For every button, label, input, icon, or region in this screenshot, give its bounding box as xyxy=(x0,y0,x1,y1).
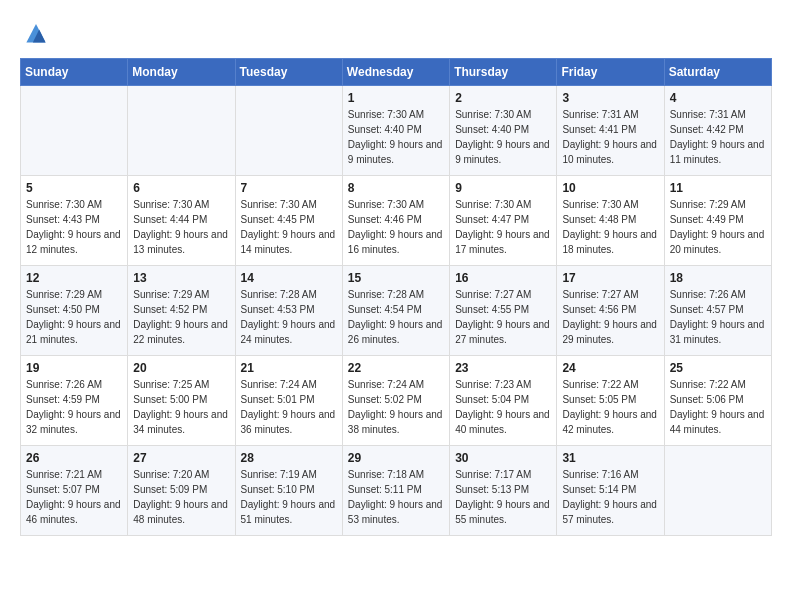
day-info: Sunrise: 7:29 AMSunset: 4:52 PMDaylight:… xyxy=(133,287,229,347)
calendar-cell: 29Sunrise: 7:18 AMSunset: 5:11 PMDayligh… xyxy=(342,446,449,536)
weekday-header-thursday: Thursday xyxy=(450,59,557,86)
day-number: 21 xyxy=(241,361,337,375)
day-number: 19 xyxy=(26,361,122,375)
day-number: 2 xyxy=(455,91,551,105)
calendar-cell: 22Sunrise: 7:24 AMSunset: 5:02 PMDayligh… xyxy=(342,356,449,446)
day-info: Sunrise: 7:22 AMSunset: 5:06 PMDaylight:… xyxy=(670,377,766,437)
calendar-cell: 1Sunrise: 7:30 AMSunset: 4:40 PMDaylight… xyxy=(342,86,449,176)
logo xyxy=(20,20,56,48)
day-info: Sunrise: 7:23 AMSunset: 5:04 PMDaylight:… xyxy=(455,377,551,437)
day-info: Sunrise: 7:17 AMSunset: 5:13 PMDaylight:… xyxy=(455,467,551,527)
calendar-cell: 18Sunrise: 7:26 AMSunset: 4:57 PMDayligh… xyxy=(664,266,771,356)
calendar-cell: 5Sunrise: 7:30 AMSunset: 4:43 PMDaylight… xyxy=(21,176,128,266)
day-info: Sunrise: 7:24 AMSunset: 5:01 PMDaylight:… xyxy=(241,377,337,437)
weekday-header-sunday: Sunday xyxy=(21,59,128,86)
day-info: Sunrise: 7:29 AMSunset: 4:50 PMDaylight:… xyxy=(26,287,122,347)
calendar-cell xyxy=(664,446,771,536)
calendar-cell: 19Sunrise: 7:26 AMSunset: 4:59 PMDayligh… xyxy=(21,356,128,446)
day-number: 29 xyxy=(348,451,444,465)
calendar-cell xyxy=(235,86,342,176)
calendar-cell: 27Sunrise: 7:20 AMSunset: 5:09 PMDayligh… xyxy=(128,446,235,536)
day-number: 22 xyxy=(348,361,444,375)
day-number: 25 xyxy=(670,361,766,375)
day-number: 7 xyxy=(241,181,337,195)
day-info: Sunrise: 7:20 AMSunset: 5:09 PMDaylight:… xyxy=(133,467,229,527)
day-info: Sunrise: 7:19 AMSunset: 5:10 PMDaylight:… xyxy=(241,467,337,527)
day-info: Sunrise: 7:25 AMSunset: 5:00 PMDaylight:… xyxy=(133,377,229,437)
day-number: 10 xyxy=(562,181,658,195)
calendar-cell: 31Sunrise: 7:16 AMSunset: 5:14 PMDayligh… xyxy=(557,446,664,536)
calendar-cell: 15Sunrise: 7:28 AMSunset: 4:54 PMDayligh… xyxy=(342,266,449,356)
calendar-cell: 7Sunrise: 7:30 AMSunset: 4:45 PMDaylight… xyxy=(235,176,342,266)
day-info: Sunrise: 7:28 AMSunset: 4:54 PMDaylight:… xyxy=(348,287,444,347)
day-number: 6 xyxy=(133,181,229,195)
day-number: 23 xyxy=(455,361,551,375)
weekday-header-monday: Monday xyxy=(128,59,235,86)
calendar-cell xyxy=(21,86,128,176)
day-number: 20 xyxy=(133,361,229,375)
calendar-cell: 14Sunrise: 7:28 AMSunset: 4:53 PMDayligh… xyxy=(235,266,342,356)
page-header xyxy=(20,20,772,48)
day-info: Sunrise: 7:30 AMSunset: 4:40 PMDaylight:… xyxy=(455,107,551,167)
day-info: Sunrise: 7:31 AMSunset: 4:41 PMDaylight:… xyxy=(562,107,658,167)
calendar-cell: 8Sunrise: 7:30 AMSunset: 4:46 PMDaylight… xyxy=(342,176,449,266)
day-number: 11 xyxy=(670,181,766,195)
day-info: Sunrise: 7:30 AMSunset: 4:45 PMDaylight:… xyxy=(241,197,337,257)
day-info: Sunrise: 7:26 AMSunset: 4:57 PMDaylight:… xyxy=(670,287,766,347)
calendar-cell: 12Sunrise: 7:29 AMSunset: 4:50 PMDayligh… xyxy=(21,266,128,356)
calendar-cell: 23Sunrise: 7:23 AMSunset: 5:04 PMDayligh… xyxy=(450,356,557,446)
day-number: 9 xyxy=(455,181,551,195)
calendar-cell: 9Sunrise: 7:30 AMSunset: 4:47 PMDaylight… xyxy=(450,176,557,266)
calendar-cell: 11Sunrise: 7:29 AMSunset: 4:49 PMDayligh… xyxy=(664,176,771,266)
calendar-cell: 21Sunrise: 7:24 AMSunset: 5:01 PMDayligh… xyxy=(235,356,342,446)
calendar-table: SundayMondayTuesdayWednesdayThursdayFrid… xyxy=(20,58,772,536)
day-info: Sunrise: 7:31 AMSunset: 4:42 PMDaylight:… xyxy=(670,107,766,167)
day-number: 8 xyxy=(348,181,444,195)
day-info: Sunrise: 7:22 AMSunset: 5:05 PMDaylight:… xyxy=(562,377,658,437)
day-number: 5 xyxy=(26,181,122,195)
calendar-cell: 28Sunrise: 7:19 AMSunset: 5:10 PMDayligh… xyxy=(235,446,342,536)
day-number: 27 xyxy=(133,451,229,465)
calendar-cell: 30Sunrise: 7:17 AMSunset: 5:13 PMDayligh… xyxy=(450,446,557,536)
day-number: 31 xyxy=(562,451,658,465)
day-info: Sunrise: 7:30 AMSunset: 4:48 PMDaylight:… xyxy=(562,197,658,257)
day-number: 28 xyxy=(241,451,337,465)
calendar-cell: 20Sunrise: 7:25 AMSunset: 5:00 PMDayligh… xyxy=(128,356,235,446)
calendar-cell: 13Sunrise: 7:29 AMSunset: 4:52 PMDayligh… xyxy=(128,266,235,356)
day-number: 12 xyxy=(26,271,122,285)
day-info: Sunrise: 7:29 AMSunset: 4:49 PMDaylight:… xyxy=(670,197,766,257)
day-info: Sunrise: 7:21 AMSunset: 5:07 PMDaylight:… xyxy=(26,467,122,527)
day-number: 14 xyxy=(241,271,337,285)
day-number: 15 xyxy=(348,271,444,285)
day-number: 24 xyxy=(562,361,658,375)
day-info: Sunrise: 7:27 AMSunset: 4:55 PMDaylight:… xyxy=(455,287,551,347)
day-info: Sunrise: 7:26 AMSunset: 4:59 PMDaylight:… xyxy=(26,377,122,437)
day-info: Sunrise: 7:30 AMSunset: 4:43 PMDaylight:… xyxy=(26,197,122,257)
day-info: Sunrise: 7:24 AMSunset: 5:02 PMDaylight:… xyxy=(348,377,444,437)
day-info: Sunrise: 7:30 AMSunset: 4:44 PMDaylight:… xyxy=(133,197,229,257)
day-number: 3 xyxy=(562,91,658,105)
weekday-header-friday: Friday xyxy=(557,59,664,86)
day-info: Sunrise: 7:28 AMSunset: 4:53 PMDaylight:… xyxy=(241,287,337,347)
weekday-header-wednesday: Wednesday xyxy=(342,59,449,86)
calendar-cell: 16Sunrise: 7:27 AMSunset: 4:55 PMDayligh… xyxy=(450,266,557,356)
day-number: 17 xyxy=(562,271,658,285)
calendar-cell: 2Sunrise: 7:30 AMSunset: 4:40 PMDaylight… xyxy=(450,86,557,176)
calendar-cell: 25Sunrise: 7:22 AMSunset: 5:06 PMDayligh… xyxy=(664,356,771,446)
day-info: Sunrise: 7:30 AMSunset: 4:40 PMDaylight:… xyxy=(348,107,444,167)
day-number: 18 xyxy=(670,271,766,285)
day-info: Sunrise: 7:27 AMSunset: 4:56 PMDaylight:… xyxy=(562,287,658,347)
day-number: 13 xyxy=(133,271,229,285)
day-info: Sunrise: 7:16 AMSunset: 5:14 PMDaylight:… xyxy=(562,467,658,527)
calendar-cell: 6Sunrise: 7:30 AMSunset: 4:44 PMDaylight… xyxy=(128,176,235,266)
logo-icon xyxy=(20,20,52,48)
calendar-cell xyxy=(128,86,235,176)
calendar-cell: 4Sunrise: 7:31 AMSunset: 4:42 PMDaylight… xyxy=(664,86,771,176)
day-number: 30 xyxy=(455,451,551,465)
calendar-cell: 26Sunrise: 7:21 AMSunset: 5:07 PMDayligh… xyxy=(21,446,128,536)
day-number: 4 xyxy=(670,91,766,105)
day-info: Sunrise: 7:30 AMSunset: 4:46 PMDaylight:… xyxy=(348,197,444,257)
day-number: 1 xyxy=(348,91,444,105)
calendar-cell: 17Sunrise: 7:27 AMSunset: 4:56 PMDayligh… xyxy=(557,266,664,356)
day-number: 26 xyxy=(26,451,122,465)
